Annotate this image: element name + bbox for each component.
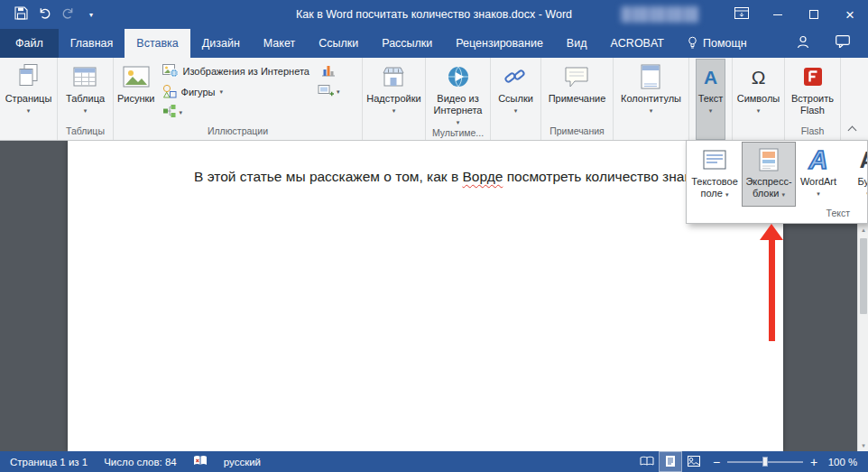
zoom-slider[interactable] — [727, 451, 803, 472]
chevron-down-icon: ▾ — [757, 107, 761, 115]
tab-view-label: Вид — [567, 37, 587, 50]
text-flyout-buttons: Текстовое поле ▾ Экспресс-блоки ▾ A Word… — [688, 142, 866, 207]
online-pictures-button[interactable]: Изображения из Интернета — [158, 60, 314, 81]
links-button[interactable]: Ссылки ▾ — [495, 59, 536, 140]
collapse-ribbon-button[interactable] — [844, 123, 860, 135]
table-button[interactable]: Таблица ▾ — [63, 59, 107, 125]
links-label: Ссылки — [498, 93, 533, 105]
customize-qat-button[interactable]: ▾ — [79, 2, 103, 27]
scroll-down-icon[interactable]: ▾ — [858, 440, 868, 451]
header-footer-label: Колонтитулы — [621, 93, 681, 105]
chevron-down-icon: ▾ — [84, 107, 88, 115]
symbols-label: Символы — [737, 93, 780, 105]
print-layout-button[interactable] — [659, 451, 682, 472]
shapes-label: Фигуры — [181, 87, 216, 97]
document-page[interactable]: В этой статье мы расскажем о том, как в … — [68, 141, 783, 451]
tab-acrobat[interactable]: ACROBAT — [598, 29, 676, 58]
pages-button[interactable]: Страницы ▾ — [3, 59, 55, 140]
ribbon-group-links: Ссылки ▾ — [491, 58, 541, 140]
tab-insert[interactable]: Вставка — [125, 29, 189, 58]
table-label: Таблица — [66, 93, 105, 105]
zoom-in-button[interactable]: + — [803, 451, 825, 472]
header-footer-button[interactable]: Колонтитулы ▾ — [618, 59, 684, 140]
flash-icon — [803, 62, 823, 91]
annotation-arrow — [760, 224, 783, 341]
smartart-button[interactable]: ▾ — [158, 102, 314, 123]
chevron-up-icon — [847, 126, 856, 135]
online-pictures-label: Изображения из Интернета — [183, 66, 309, 77]
online-video-button[interactable]: Видео из Интернета ▾ — [429, 59, 487, 126]
table-icon — [73, 62, 97, 91]
tab-references[interactable]: Ссылки — [307, 29, 370, 58]
online-pictures-icon — [162, 63, 179, 79]
store-icon — [382, 62, 405, 91]
speech-bubble-icon — [836, 35, 850, 51]
page-indicator[interactable]: Страница 1 из 1 — [2, 451, 96, 472]
redo-button[interactable] — [56, 2, 79, 27]
zoom-percentage[interactable]: 100 % — [825, 457, 868, 467]
save-button[interactable] — [9, 2, 32, 27]
illustrations-icon-column: ▾ — [314, 59, 344, 125]
tab-design[interactable]: Дизайн — [190, 29, 252, 58]
shapes-button[interactable]: Фигуры ▾ — [158, 81, 314, 102]
ribbon-group-text: A Текст ▾ — [689, 58, 733, 140]
online-video-label: Видео из Интернета — [432, 93, 485, 116]
ribbon-display-options-button[interactable] — [724, 0, 760, 29]
text-label: Текст — [698, 93, 724, 105]
chart-button[interactable] — [314, 60, 344, 81]
read-mode-button[interactable] — [635, 451, 659, 472]
tab-review[interactable]: Рецензирование — [444, 29, 555, 58]
word-count[interactable]: Число слов: 84 — [96, 451, 185, 472]
embed-flash-button[interactable]: Встроить Flash — [787, 59, 839, 125]
pictures-button[interactable]: Рисунки — [115, 59, 158, 125]
undo-button[interactable] — [32, 2, 56, 27]
arrow-shaft — [769, 240, 775, 341]
language-indicator[interactable]: русский — [216, 451, 269, 472]
vertical-scrollbar[interactable]: ▴ ▾ — [857, 224, 868, 451]
tab-layout[interactable]: Макет — [252, 29, 307, 58]
smartart-icon — [162, 104, 177, 122]
document-text-before: В этой статье мы расскажем о том, как в — [194, 169, 462, 184]
omega-icon: Ω — [752, 62, 766, 91]
zoom-slider-thumb[interactable] — [762, 457, 768, 467]
screenshot-button[interactable]: ▾ — [314, 81, 344, 102]
minimize-button[interactable] — [760, 0, 796, 29]
web-layout-button[interactable] — [682, 451, 706, 472]
word-window: ▾ Как в Word посчитать количество знаков… — [0, 0, 868, 472]
link-icon — [503, 62, 527, 91]
close-icon: × — [845, 7, 854, 23]
shapes-icon — [162, 84, 177, 100]
wordart-label: WordArt — [800, 176, 836, 188]
drop-cap-button[interactable]: A Букв ▾ — [841, 142, 868, 207]
proofing-status-button[interactable] — [185, 451, 216, 472]
tab-insert-label: Вставка — [136, 37, 178, 50]
tab-view[interactable]: Вид — [555, 29, 599, 58]
text-button[interactable]: A Текст ▾ — [696, 59, 726, 140]
chevron-down-icon: ▾ — [89, 11, 93, 19]
comments-panel-button[interactable] — [823, 29, 863, 58]
chevron-down-icon: ▾ — [725, 191, 729, 198]
zoom-out-button[interactable]: − — [706, 451, 727, 472]
comment-button[interactable]: Примечание — [546, 59, 609, 125]
quick-parts-button[interactable]: Экспресс-блоки ▾ — [742, 142, 796, 207]
textbox-button[interactable]: Текстовое поле ▾ — [688, 142, 742, 207]
maximize-button[interactable] — [796, 0, 832, 29]
wordart-icon: A — [809, 145, 828, 174]
document-text-misspelled: Ворде — [462, 169, 503, 184]
print-layout-icon — [665, 455, 676, 469]
tab-file[interactable]: Файл — [0, 29, 59, 58]
vertical-scrollbar-thumb[interactable] — [860, 238, 867, 314]
tab-review-label: Рецензирование — [456, 37, 543, 50]
tab-assistant[interactable]: Помощн — [676, 29, 759, 58]
sign-in-button[interactable] — [783, 29, 823, 58]
tab-mailings[interactable]: Рассылки — [370, 29, 444, 58]
ribbon: Страницы ▾ Таблица ▾ Таблицы — [0, 58, 868, 141]
close-button[interactable]: × — [832, 0, 868, 29]
symbols-button[interactable]: Ω Символы ▾ — [734, 59, 783, 140]
chevron-down-icon: ▾ — [709, 107, 713, 115]
wordart-button[interactable]: A WordArt ▾ — [796, 142, 841, 207]
scroll-up-icon[interactable]: ▴ — [858, 224, 868, 236]
addins-button[interactable]: Надстройки ▾ — [364, 59, 423, 140]
screenshot-icon — [318, 83, 334, 101]
tab-home[interactable]: Главная — [59, 29, 125, 58]
